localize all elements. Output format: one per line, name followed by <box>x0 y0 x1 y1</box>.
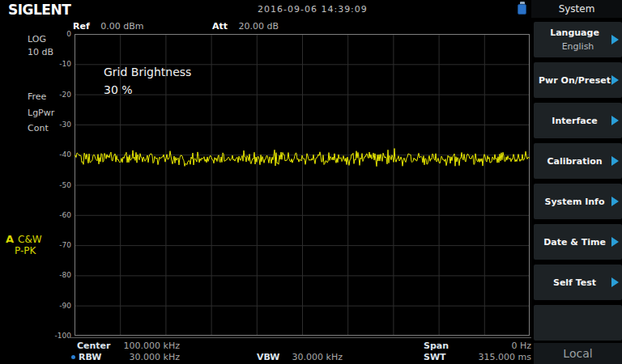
menu-item-interface[interactable]: Interface <box>534 103 622 138</box>
ref-value: 0.00 dBm <box>100 21 143 32</box>
y-axis-tick-label: -30 <box>47 121 71 129</box>
y-axis-tick-label: -70 <box>47 241 71 249</box>
menu-item-language[interactable]: Language English <box>534 22 622 57</box>
spectrum-analyzer-screen: SIGLENT 2016-09-06 14:39:09 LOG 10 dB Fr… <box>0 0 622 364</box>
local-status-button[interactable]: Local <box>534 343 622 364</box>
swt-label: SWT <box>424 352 446 362</box>
y-axis-tick-label: -60 <box>47 211 71 219</box>
ref-label: Ref <box>73 21 90 32</box>
usb-device-icon <box>518 2 526 15</box>
center-freq-value: 100.000 kHz <box>105 341 180 351</box>
att-value: 20.00 dB <box>239 21 279 32</box>
menu-item-date-time-label: Date & Time <box>539 237 617 248</box>
y-axis-tick-label: 0 <box>47 30 71 38</box>
trigger-mode-label: Free <box>28 91 46 102</box>
y-axis-tick-label: -80 <box>47 271 71 279</box>
menu-title: System <box>531 0 622 18</box>
menu-item-system-info[interactable]: System Info <box>534 184 622 219</box>
swt-value: 315.000 ms <box>452 352 531 362</box>
sweep-settings-bar: Center 100.000 kHz RBW 30.000 kHz VBW 30… <box>0 339 531 364</box>
y-axis-tick-label: -10 <box>47 60 71 68</box>
submenu-arrow-icon <box>611 197 619 206</box>
status-bar: SIGLENT 2016-09-06 14:39:09 <box>0 0 622 18</box>
submenu-arrow-icon <box>611 75 619 85</box>
usb-body-icon <box>518 4 526 15</box>
rbw-coupled-icon <box>71 355 75 359</box>
menu-item-blank[interactable] <box>534 305 622 341</box>
menu-item-language-label: Language <box>545 28 611 38</box>
footer-divider <box>69 337 531 338</box>
submenu-arrow-icon <box>611 116 619 125</box>
attenuation-readout: Att 20.00 dB <box>212 21 279 32</box>
menu-item-interface-label: Interface <box>547 116 608 126</box>
grid-brightness-value: 30 % <box>104 81 191 99</box>
submenu-arrow-icon <box>611 237 619 247</box>
y-axis-labels: 0-10-20-30-40-50-60-70-80-90-100 <box>49 34 73 336</box>
menu-item-pwr-on-preset[interactable]: Pwr On/Preset <box>534 62 622 98</box>
softkey-menu-panel: System Language English Pwr On/Preset In… <box>531 0 622 364</box>
menu-item-language-value: English <box>562 41 594 52</box>
sweep-mode-label: Cont <box>28 123 49 133</box>
y-axis-tick-label: -90 <box>47 302 71 310</box>
submenu-arrow-icon <box>611 156 619 166</box>
rbw-value: 30.000 kHz <box>105 352 180 362</box>
vbw-value: 30.000 kHz <box>267 352 343 362</box>
menu-item-self-test[interactable]: Self Test <box>534 265 622 300</box>
grid-brightness-title: Grid Brightness <box>104 63 191 81</box>
ref-level-readout: Ref 0.00 dBm <box>73 21 143 32</box>
datetime-display: 2016-09-06 14:39:09 <box>258 4 368 15</box>
menu-item-system-info-label: System Info <box>540 197 616 207</box>
trace-mode-label: C&W <box>18 234 42 245</box>
menu-item-pwr-on-preset-label: Pwr On/Preset <box>534 75 622 86</box>
grid-brightness-message: Grid Brightness 30 % <box>104 63 191 99</box>
submenu-arrow-icon <box>611 35 619 44</box>
rbw-label: RBW <box>79 352 101 362</box>
menu-item-date-time[interactable]: Date & Time <box>534 224 622 260</box>
siglent-logo: SIGLENT <box>8 2 70 18</box>
amplitude-mode-label: LOG <box>28 34 46 44</box>
menu-item-calibration[interactable]: Calibration <box>534 143 622 179</box>
span-label: Span <box>424 341 449 351</box>
trace-detector-label: P-PK <box>15 245 36 256</box>
menu-item-self-test-label: Self Test <box>548 277 607 288</box>
y-axis-tick-label: -40 <box>47 150 71 159</box>
trace-indicator: AC&W <box>6 233 42 245</box>
submenu-arrow-icon <box>611 277 619 287</box>
y-axis-tick-label: -20 <box>47 91 71 99</box>
y-axis-tick-label: -50 <box>47 181 71 189</box>
span-value: 0 Hz <box>452 341 531 351</box>
trace-letter: A <box>6 233 14 245</box>
menu-item-calibration-label: Calibration <box>542 156 613 167</box>
att-label: Att <box>212 21 228 32</box>
